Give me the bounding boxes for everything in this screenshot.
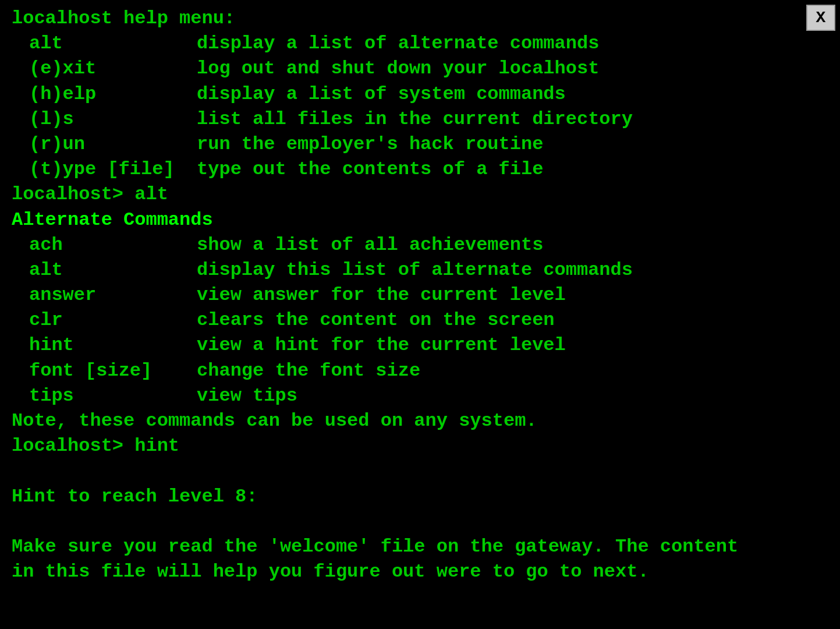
- alt-cmd-tips-desc: view tips: [197, 385, 297, 407]
- cmd-ls-name: (l)s: [29, 108, 197, 130]
- alt-cmd-font-desc: change the font size: [197, 360, 420, 381]
- help-menu-title: localhost help menu:: [12, 6, 828, 31]
- cmd-exit-desc: log out and shut down your localhost: [197, 58, 599, 79]
- cmd-alt-desc: display a list of alternate commands: [197, 33, 599, 54]
- alternate-commands-title: Alternate Commands: [12, 207, 828, 232]
- cmd-alt-name: alt: [29, 33, 197, 54]
- note-line: Note, these commands can be used on any …: [12, 408, 828, 433]
- cmd-exit-name: (e)xit: [29, 58, 197, 79]
- alt-cmd-answer-desc: view answer for the current level: [197, 284, 566, 306]
- cmd-alt: alt display a list of alternate commands: [12, 31, 828, 56]
- cmd-run-name: (r)un: [29, 133, 197, 155]
- cmd-help-name: (h)elp: [29, 83, 197, 105]
- alt-cmd-ach-name: ach: [29, 234, 197, 256]
- cmd-run: (r)un run the employer's hack routine: [12, 132, 828, 157]
- prompt-alt: localhost> alt: [12, 182, 828, 207]
- cmd-help: (h)elp display a list of system commands: [12, 82, 828, 107]
- alt-cmd-font-name: font [size]: [29, 360, 197, 381]
- blank-line-3: [12, 584, 828, 609]
- alt-commands-block: ach show a list of all achievements alt …: [12, 232, 828, 408]
- terminal-window: X localhost help menu: alt display a lis…: [0, 0, 840, 629]
- prompt-hint: localhost> hint: [12, 433, 828, 458]
- cmd-type-name: (t)ype [file]: [29, 158, 197, 180]
- alt-cmd-tips: tips view tips: [12, 383, 828, 408]
- cmd-ls-desc: list all files in the current directory: [197, 108, 633, 130]
- alt-cmd-tips-name: tips: [29, 385, 197, 407]
- alt-cmd-hint: hint view a hint for the current level: [12, 333, 828, 358]
- alt-cmd-alt: alt display this list of alternate comma…: [12, 257, 828, 282]
- cmd-run-desc: run the employer's hack routine: [197, 133, 543, 155]
- hint-title: Hint to reach level 8:: [12, 484, 828, 509]
- hint-text-1: Make sure you read the 'welcome' file on…: [12, 534, 828, 559]
- cmd-type-desc: type out the contents of a file: [197, 158, 543, 180]
- help-commands-block: alt display a list of alternate commands…: [12, 31, 828, 182]
- alt-cmd-answer: answer view answer for the current level: [12, 282, 828, 308]
- alt-cmd-ach-desc: show a list of all achievements: [197, 234, 543, 256]
- alt-cmd-hint-name: hint: [29, 334, 197, 356]
- cmd-exit: (e)xit log out and shut down your localh…: [12, 56, 828, 81]
- alt-cmd-ach: ach show a list of all achievements: [12, 232, 828, 257]
- alt-cmd-clr-name: clr: [29, 309, 197, 331]
- alt-cmd-answer-name: answer: [29, 284, 197, 306]
- alt-cmd-font: font [size] change the font size: [12, 358, 828, 383]
- cmd-help-desc: display a list of system commands: [197, 83, 566, 105]
- alt-cmd-alt-name: alt: [29, 259, 197, 281]
- cmd-ls: (l)s list all files in the current direc…: [12, 107, 828, 132]
- alt-cmd-clr-desc: clears the content on the screen: [197, 309, 555, 331]
- alt-cmd-hint-desc: view a hint for the current level: [197, 334, 566, 356]
- alt-cmd-clr: clr clears the content on the screen: [12, 308, 828, 333]
- hint-text-2: in this file will help you figure out we…: [12, 559, 828, 584]
- alt-cmd-alt-desc: display this list of alternate commands: [197, 259, 633, 281]
- close-button[interactable]: X: [806, 5, 835, 31]
- prompt-active[interactable]: localhost>: [12, 610, 828, 630]
- blank-line-2: [12, 509, 828, 534]
- cmd-type: (t)ype [file] type out the contents of a…: [12, 157, 828, 182]
- blank-line-1: [12, 458, 828, 483]
